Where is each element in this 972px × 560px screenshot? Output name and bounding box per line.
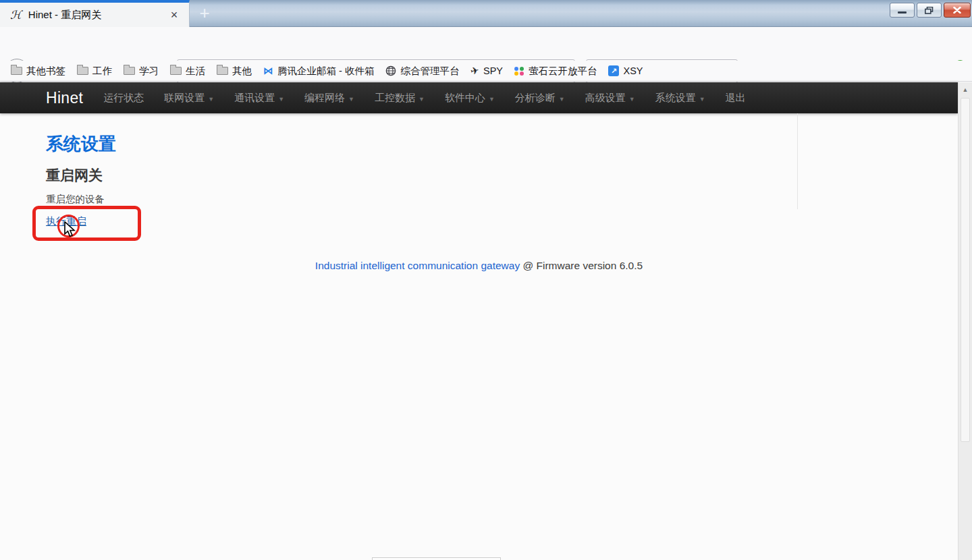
bookmark-folder-misc[interactable]: 其他: [217, 65, 252, 78]
nav-item-running-status[interactable]: 运行状态: [103, 92, 144, 105]
section-title: 系统设置: [46, 132, 116, 156]
nav-item-software-center[interactable]: 软件中心 ▼: [445, 92, 495, 105]
bookmark-label: 腾讯企业邮箱 - 收件箱: [277, 65, 374, 78]
chevron-down-icon: ▼: [348, 96, 354, 103]
restore-icon: [925, 7, 934, 14]
page-footer: Industrial intelligent communication gat…: [0, 260, 958, 272]
nav-item-network-settings[interactable]: 联网设置 ▼: [164, 92, 214, 105]
site-logo[interactable]: Hinet: [46, 89, 83, 107]
folder-icon: [170, 67, 182, 75]
scroll-up-arrow-icon[interactable]: ▲: [959, 82, 972, 93]
page-scrollbar[interactable]: ▲: [958, 82, 972, 560]
chevron-down-icon: ▼: [629, 96, 635, 103]
bookmark-folder-study[interactable]: 学习: [124, 65, 159, 78]
window-titlebar: ℋ Hinet - 重启网关 × +: [0, 0, 972, 27]
site-favicon-icon: ℋ: [10, 8, 22, 22]
bookmark-management-platform[interactable]: 综合管理平台: [385, 65, 459, 78]
bookmark-xsy[interactable]: ↗ XSY: [608, 65, 643, 76]
firmware-version-text: @ Firmware version 6.0.5: [520, 260, 643, 271]
restore-button[interactable]: [917, 3, 942, 18]
nav-item-advanced-settings[interactable]: 高级设置 ▼: [585, 92, 635, 105]
tab-title: Hinet - 重启网关: [28, 9, 101, 22]
nav-item-analysis-diagnosis[interactable]: 分析诊断 ▼: [515, 92, 565, 105]
nav-item-industrial-data[interactable]: 工控数据 ▼: [375, 92, 425, 105]
close-icon: [953, 7, 961, 13]
bookmark-tencent-mail[interactable]: ⋈ 腾讯企业邮箱 - 收件箱: [263, 65, 374, 78]
minimize-button[interactable]: [890, 3, 915, 18]
nav-item-communication-settings[interactable]: 通讯设置 ▼: [234, 92, 284, 105]
globe-icon: [385, 65, 396, 76]
xsy-icon: ↗: [608, 65, 619, 76]
bookmark-folder-other-bookmarks[interactable]: 其他书签: [11, 65, 65, 78]
nav-item-programming-network[interactable]: 编程网络 ▼: [304, 92, 354, 105]
content-divider: [797, 113, 798, 209]
chevron-down-icon: ▼: [278, 96, 284, 103]
bookmarks-bar: 其他书签 工作 学习 生活 其他 ⋈ 腾讯企业邮箱 - 收件箱 综合管理平台 ✈…: [0, 61, 972, 82]
page-title: 重启网关: [46, 166, 103, 185]
mouse-cursor-icon: [63, 221, 76, 237]
close-button[interactable]: [944, 3, 971, 18]
plane-icon: ✈: [470, 64, 481, 78]
minimize-icon: [898, 11, 907, 13]
window-controls: [890, 3, 971, 18]
chevron-down-icon: ▼: [489, 96, 495, 103]
browser-tab-active[interactable]: ℋ Hinet - 重启网关 ×: [0, 0, 190, 27]
browser-toolbar: ← → 192.168.9.99/cgi-bin/luci/;stok=489f…: [0, 27, 972, 61]
folder-icon: [217, 67, 228, 75]
bookmark-label: 工作: [92, 65, 112, 78]
bookmark-label: 学习: [139, 65, 159, 78]
bookmark-label: 生活: [186, 65, 205, 78]
page-content: Hinet 运行状态 联网设置 ▼ 通讯设置 ▼ 编程网络 ▼ 工控数据 ▼ 软…: [0, 82, 958, 560]
chevron-down-icon: ▼: [418, 96, 425, 103]
chevron-down-icon: ▼: [559, 96, 565, 103]
reboot-description: 重启您的设备: [46, 193, 105, 206]
bookmark-ezviz-platform[interactable]: 萤石云开放平台: [514, 65, 597, 78]
bookmark-label: 萤石云开放平台: [529, 65, 597, 78]
bookmark-folder-life[interactable]: 生活: [170, 65, 205, 78]
folder-icon: [77, 67, 88, 75]
bookmark-label: 综合管理平台: [400, 65, 459, 78]
folder-icon: [124, 67, 135, 75]
chevron-down-icon: ▼: [208, 96, 214, 103]
bookmark-label: SPY: [483, 65, 503, 76]
scrollbar-thumb[interactable]: [961, 98, 970, 442]
nav-item-system-settings[interactable]: 系统设置 ▼: [655, 92, 705, 105]
bookmark-label: 其他书签: [26, 65, 65, 78]
bottom-partial-element: [372, 557, 501, 560]
new-tab-button[interactable]: +: [192, 3, 217, 24]
color-dots-icon: [514, 67, 524, 76]
tencent-mail-icon: ⋈: [263, 65, 273, 77]
bookmark-spy[interactable]: ✈ SPY: [470, 65, 503, 77]
bookmark-folder-work[interactable]: 工作: [77, 65, 112, 78]
chevron-down-icon: ▼: [699, 96, 705, 103]
bookmark-label: 其他: [232, 65, 252, 78]
tab-close-icon[interactable]: ×: [167, 8, 182, 23]
gateway-footer-link[interactable]: Industrial intelligent communication gat…: [315, 260, 520, 271]
site-navbar: Hinet 运行状态 联网设置 ▼ 通讯设置 ▼ 编程网络 ▼ 工控数据 ▼ 软…: [0, 82, 958, 113]
nav-item-logout[interactable]: 退出: [726, 92, 746, 105]
bookmark-label: XSY: [623, 65, 643, 76]
folder-icon: [11, 67, 22, 75]
